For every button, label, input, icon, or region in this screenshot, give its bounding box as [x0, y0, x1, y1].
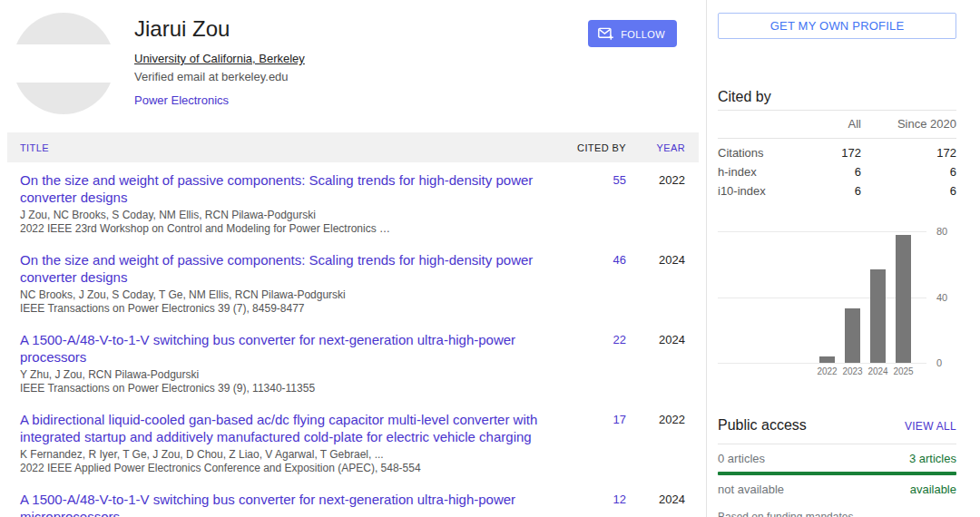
article-row: On the size and weight of passive compon…: [7, 242, 699, 322]
article-row: A bidirectional liquid-cooled gan-based …: [7, 402, 699, 482]
public-access-section: Public access VIEW ALL 0 articles 3 arti…: [718, 417, 956, 517]
public-access-labels: not available available: [718, 475, 956, 502]
available-label: available: [910, 483, 956, 496]
metric-value-since: 172: [861, 146, 956, 160]
verified-email-text: Verified email at berkeley.edu: [134, 70, 305, 83]
envelope-plus-icon: [598, 27, 614, 41]
article-venue: 2022 IEEE 23rd Workshop on Control and M…: [20, 223, 540, 236]
articles-list-header: TITLE CITED BY YEAR: [7, 132, 699, 162]
metric-value-all: 6: [793, 184, 861, 198]
article-year: 2024: [626, 331, 699, 395]
article-venue: IEEE Transactions on Power Electronics 3…: [20, 303, 540, 316]
main-column: Jiarui Zou University of California, Ber…: [0, 0, 706, 517]
article-main: A 1500-A/48-V-to-1-V switching bus conve…: [20, 491, 549, 517]
chart-year-label: 2022: [815, 366, 840, 376]
chart-year-label: 2024: [866, 366, 891, 376]
article-title-link[interactable]: On the size and weight of passive compon…: [20, 251, 540, 286]
article-cited-by-link[interactable]: 46: [549, 251, 626, 315]
public-access-header: Public access VIEW ALL: [718, 417, 956, 434]
cited-by-title: Cited by: [718, 89, 956, 105]
metric-header-all[interactable]: All: [793, 117, 861, 131]
article-main: On the size and weight of passive compon…: [20, 171, 549, 235]
article-title-link[interactable]: A 1500-A/48-V-to-1-V switching bus conve…: [20, 331, 540, 366]
public-access-title: Public access: [718, 417, 807, 434]
article-row: On the size and weight of passive compon…: [7, 162, 699, 242]
article-authors: K Fernandez, R Iyer, T Ge, J Zou, D Chou…: [20, 449, 540, 462]
articles-list: On the size and weight of passive compon…: [0, 162, 706, 517]
chart-ytick-label: 40: [936, 292, 947, 303]
article-year: 2024: [626, 491, 699, 517]
chart-bar-2022[interactable]: [819, 356, 835, 363]
cited-by-table-header: All Since 2020: [718, 111, 956, 138]
chart-bar-2024[interactable]: [870, 269, 886, 363]
article-main: On the size and weight of passive compon…: [20, 251, 549, 315]
article-cited-by-link[interactable]: 55: [549, 171, 626, 235]
article-venue: IEEE Transactions on Power Electronics 3…: [20, 383, 540, 395]
article-authors: NC Brooks, J Zou, S Coday, T Ge, NM Elli…: [20, 289, 540, 302]
sidebar: GET MY OWN PROFILE Cited by All Since 20…: [706, 0, 980, 517]
available-count-link[interactable]: 3 articles: [909, 452, 956, 465]
metric-header-spacer: [718, 117, 793, 131]
metric-label[interactable]: Citations: [718, 146, 793, 160]
chart-gridline: [718, 231, 926, 232]
follow-button[interactable]: FOLLOW: [588, 20, 677, 47]
article-venue: 2022 IEEE Applied Power Electronics Conf…: [20, 463, 540, 475]
metric-label[interactable]: i10-index: [718, 184, 793, 198]
metric-row-h-index: h-index 6 6: [718, 162, 956, 181]
metric-value-since: 6: [861, 165, 956, 179]
article-title-link[interactable]: On the size and weight of passive compon…: [20, 171, 540, 206]
cited-by-table: All Since 2020 Citations 172 172 h-index…: [718, 110, 956, 200]
article-cited-by-link[interactable]: 12: [549, 491, 626, 517]
profile-info: Jiarui Zou University of California, Ber…: [134, 13, 305, 114]
chart-ytick-label: 80: [936, 226, 947, 237]
profile-header: Jiarui Zou University of California, Ber…: [0, 0, 706, 114]
article-title-link[interactable]: A bidirectional liquid-cooled gan-based …: [20, 411, 540, 445]
view-all-link[interactable]: VIEW ALL: [905, 420, 956, 433]
metric-row-citations: Citations 172 172: [718, 143, 956, 162]
article-cited-by-link[interactable]: 17: [549, 411, 626, 474]
article-cited-by-link[interactable]: 22: [549, 331, 626, 395]
chart-gridline: [718, 363, 926, 364]
article-year: 2022: [626, 411, 699, 474]
interests-row: Power Electronics: [134, 92, 305, 108]
cited-by-metrics: Citations 172 172 h-index 6 6 i10-index …: [718, 139, 956, 200]
article-main: A bidirectional liquid-cooled gan-based …: [20, 411, 549, 474]
not-available-label: not available: [718, 483, 784, 496]
scholar-profile-page: Jiarui Zou University of California, Ber…: [0, 0, 980, 517]
metric-value-all: 6: [793, 165, 861, 179]
citations-chart-plot: 040802022202320242025: [718, 231, 926, 363]
unavailable-count: 0 articles: [718, 452, 765, 465]
get-my-own-profile-button[interactable]: GET MY OWN PROFILE: [718, 13, 956, 39]
metric-label[interactable]: h-index: [718, 165, 793, 179]
article-main: A 1500-A/48-V-to-1-V switching bus conve…: [20, 331, 549, 395]
article-row: A 1500-A/48-V-to-1-V switching bus conve…: [7, 482, 699, 517]
metric-row-i10-index: i10-index 6 6: [718, 181, 956, 200]
interest-link-power-electronics[interactable]: Power Electronics: [134, 93, 229, 107]
article-authors: J Zou, NC Brooks, S Coday, NM Ellis, RCN…: [20, 210, 540, 222]
chart-bar-2023[interactable]: [845, 308, 860, 363]
metric-value-all: 172: [793, 146, 861, 160]
affiliation-link[interactable]: University of California, Berkeley: [134, 52, 305, 65]
chart-year-label: 2025: [891, 366, 916, 376]
funding-mandates-note: Based on funding mandates: [718, 511, 956, 517]
follow-button-label: FOLLOW: [621, 29, 665, 40]
article-year: 2022: [626, 171, 699, 235]
article-authors: Y Zhu, J Zou, RCN Pilawa-Podgurski: [20, 369, 540, 382]
profile-name: Jiarui Zou: [134, 16, 305, 42]
metric-value-since: 6: [861, 184, 956, 198]
profile-avatar: [13, 13, 114, 114]
cited-by-header: CITED BY: [549, 142, 626, 153]
citations-per-year-chart: 040802022202320242025: [718, 231, 926, 363]
article-year: 2024: [626, 251, 699, 315]
sort-by-year-header[interactable]: YEAR: [626, 142, 699, 153]
article-title-link[interactable]: A 1500-A/48-V-to-1-V switching bus conve…: [20, 491, 540, 517]
chart-year-label: 2023: [840, 366, 866, 376]
public-access-counts: 0 articles 3 articles: [718, 444, 956, 472]
article-row: A 1500-A/48-V-to-1-V switching bus conve…: [7, 322, 699, 402]
chart-ytick-label: 0: [936, 357, 942, 368]
sort-by-title-header[interactable]: TITLE: [20, 142, 549, 153]
chart-bar-2025[interactable]: [896, 235, 911, 363]
metric-header-since[interactable]: Since 2020: [861, 117, 956, 131]
